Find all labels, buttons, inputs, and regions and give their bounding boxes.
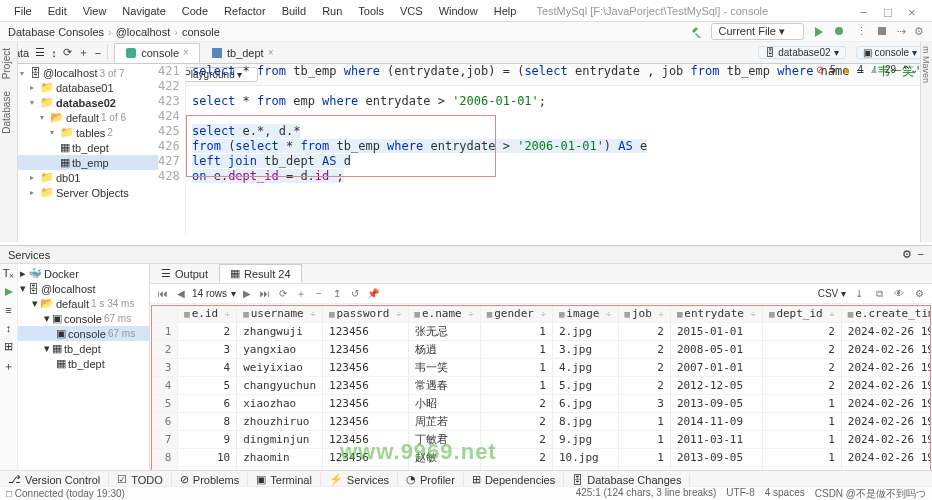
- deps-button[interactable]: ⊞ Dependencies: [464, 473, 564, 486]
- menu-file[interactable]: File: [6, 3, 40, 19]
- stop-icon[interactable]: [876, 25, 889, 38]
- column-header[interactable]: ▦dept_id ÷: [762, 306, 841, 322]
- db-default-node[interactable]: ▾📂 default 1 of 6: [18, 110, 158, 125]
- table-row[interactable]: 56xiaozhao123456小昭26.jpg32013-09-0512024…: [152, 394, 931, 412]
- menu-vcs[interactable]: VCS: [392, 3, 431, 19]
- db-schema-node[interactable]: ▸📁 db01: [18, 170, 158, 185]
- settings-icon[interactable]: ⚙: [912, 288, 926, 299]
- svc-default-node[interactable]: ▾📂 default 1 s 34 ms: [18, 296, 149, 311]
- table-row[interactable]: 23yangxiao123456杨逍13.jpg22008-05-0122024…: [152, 340, 931, 358]
- export-icon[interactable]: ⤓: [852, 288, 866, 299]
- svc-table-node[interactable]: ▦ tb_dept: [18, 356, 149, 371]
- db-schema-node[interactable]: ▸📁 database01: [18, 80, 158, 95]
- expand-icon[interactable]: ≡: [5, 304, 11, 316]
- profiler-button[interactable]: ◔ Profiler: [398, 473, 464, 486]
- column-header[interactable]: ▦username ÷: [237, 306, 323, 322]
- caret-position[interactable]: 425:1 (124 chars, 3 line breaks): [576, 487, 717, 501]
- next-page-icon[interactable]: ▶: [240, 288, 254, 299]
- svc-console-node[interactable]: ▣ console 67 ms: [18, 326, 149, 341]
- remove-row-icon[interactable]: −: [312, 288, 326, 299]
- sql-editor[interactable]: 421422423424 425426427428 select * from …: [158, 64, 922, 234]
- db-schema-node[interactable]: ▾📁 database02: [18, 95, 158, 110]
- more-run-icon[interactable]: ⋮: [854, 25, 868, 38]
- db-host-node[interactable]: ▾🗄 @localhost 3 of 7: [18, 66, 158, 80]
- dbchanges-button[interactable]: 🗄 Database Changes: [564, 474, 690, 486]
- menu-navigate[interactable]: Navigate: [114, 3, 173, 19]
- run-config-select[interactable]: Current File ▾: [711, 23, 804, 40]
- table-row[interactable]: 12zhangwuji123456张无忌12.jpg22015-01-01220…: [152, 322, 931, 340]
- run-icon[interactable]: [3, 286, 15, 298]
- close-icon[interactable]: ×: [908, 5, 920, 17]
- breadcrumb-item[interactable]: @localhost: [116, 26, 171, 38]
- minimize-icon[interactable]: −: [860, 5, 872, 17]
- pin-icon[interactable]: 📌: [366, 288, 380, 299]
- menu-run[interactable]: Run: [314, 3, 350, 19]
- first-page-icon[interactable]: ⏮: [156, 288, 170, 299]
- database-tool-button[interactable]: Database: [0, 85, 13, 140]
- column-header[interactable]: ▦e.name ÷: [408, 306, 480, 322]
- result-grid[interactable]: ▦e.id ÷▦username ÷▦password ÷▦e.name ÷▦g…: [151, 305, 931, 477]
- services-button[interactable]: ⚡ Services: [321, 473, 398, 486]
- inspection-widget[interactable]: ⊘5 ▲4 ▲29 ⌃⌄: [816, 64, 918, 75]
- filter-icon[interactable]: Tₓ: [3, 267, 15, 280]
- indent[interactable]: 4 spaces: [765, 487, 805, 501]
- copy-icon[interactable]: ⧉: [872, 288, 886, 300]
- table-row[interactable]: 45changyuchun123456常遇春15.jpg22012-12-052…: [152, 376, 931, 394]
- tab-close-icon[interactable]: ×: [268, 47, 274, 58]
- column-header[interactable]: ▦entrydate ÷: [670, 306, 762, 322]
- version-control-button[interactable]: ⎇ Version Control: [0, 473, 109, 486]
- tab-console[interactable]: console×: [114, 43, 200, 63]
- add-row-icon[interactable]: ＋: [294, 287, 308, 301]
- menu-code[interactable]: Code: [174, 3, 216, 19]
- last-page-icon[interactable]: ⏭: [258, 288, 272, 299]
- settings-icon[interactable]: ⚙: [902, 248, 912, 261]
- git-tools[interactable]: ⇢: [897, 25, 906, 38]
- export-format[interactable]: CSV ▾: [818, 288, 846, 299]
- db-server-objects-node[interactable]: ▸📁 Server Objects: [18, 185, 158, 200]
- hammer-icon[interactable]: [690, 25, 703, 38]
- output-tab[interactable]: ☰ Output: [150, 264, 219, 283]
- svc-host-node[interactable]: ▾🗄 @localhost: [18, 281, 149, 296]
- filter-icon[interactable]: ☰: [35, 46, 45, 59]
- problems-button[interactable]: ⊘ Problems: [172, 473, 248, 486]
- table-row[interactable]: 34weiyixiao123456韦一笑14.jpg22007-01-01220…: [152, 358, 931, 376]
- db-tables-node[interactable]: ▾📁 tables 2: [18, 125, 158, 140]
- db-table-node[interactable]: ▦ tb_emp: [18, 155, 158, 170]
- terminal-button[interactable]: ▣ Terminal: [248, 473, 321, 486]
- menu-edit[interactable]: Edit: [40, 3, 75, 19]
- collapse-icon[interactable]: ↕: [6, 322, 12, 334]
- console-pill[interactable]: ▣ console ▾: [856, 46, 924, 59]
- tab-tbdept[interactable]: tb_dept×: [200, 43, 285, 63]
- column-header[interactable]: ▦image ÷: [552, 306, 618, 322]
- table-row[interactable]: 810zhaomin123456赵敏210.jpg12013-09-051202…: [152, 448, 931, 466]
- hide-icon[interactable]: −: [918, 248, 924, 261]
- prev-page-icon[interactable]: ◀: [174, 288, 188, 299]
- breadcrumb-item[interactable]: Database Consoles: [8, 26, 104, 38]
- svc-table-node[interactable]: ▾▦ tb_dept: [18, 341, 149, 356]
- settings-icon[interactable]: ⚙: [914, 25, 924, 38]
- sort-icon[interactable]: ↕: [51, 47, 57, 59]
- group-icon[interactable]: ⊞: [4, 340, 13, 353]
- encoding[interactable]: UTF-8: [726, 487, 754, 501]
- maximize-icon[interactable]: □: [884, 5, 896, 17]
- result-tab[interactable]: ▦ Result 24: [219, 264, 301, 283]
- db-pill[interactable]: 🗄 database02 ▾: [758, 46, 845, 59]
- view-icon[interactable]: 👁: [892, 288, 906, 299]
- menu-build[interactable]: Build: [274, 3, 314, 19]
- table-row[interactable]: 79dingminjun123456丁敏君29.jpg12011-03-1112…: [152, 430, 931, 448]
- plus-icon[interactable]: ＋: [78, 45, 89, 60]
- column-header[interactable]: ▦e.id ÷: [178, 306, 237, 322]
- svc-console-node[interactable]: ▾▣ console 67 ms: [18, 311, 149, 326]
- column-header[interactable]: ▦job ÷: [618, 306, 670, 322]
- menu-refactor[interactable]: Refactor: [216, 3, 274, 19]
- revert-icon[interactable]: ↺: [348, 288, 362, 299]
- column-header[interactable]: ▦e.create_time ÷: [841, 306, 931, 322]
- menu-help[interactable]: Help: [486, 3, 525, 19]
- svc-docker-node[interactable]: ▸🐳 Docker: [18, 266, 149, 281]
- run-icon[interactable]: [812, 25, 825, 38]
- debug-icon[interactable]: [833, 25, 846, 38]
- column-header[interactable]: ▦gender ÷: [480, 306, 552, 322]
- commit-icon[interactable]: ↥: [330, 288, 344, 299]
- refresh-icon[interactable]: ⟳: [63, 46, 72, 59]
- table-row[interactable]: 68zhouzhiruo123456周芷若28.jpg12014-11-0912…: [152, 412, 931, 430]
